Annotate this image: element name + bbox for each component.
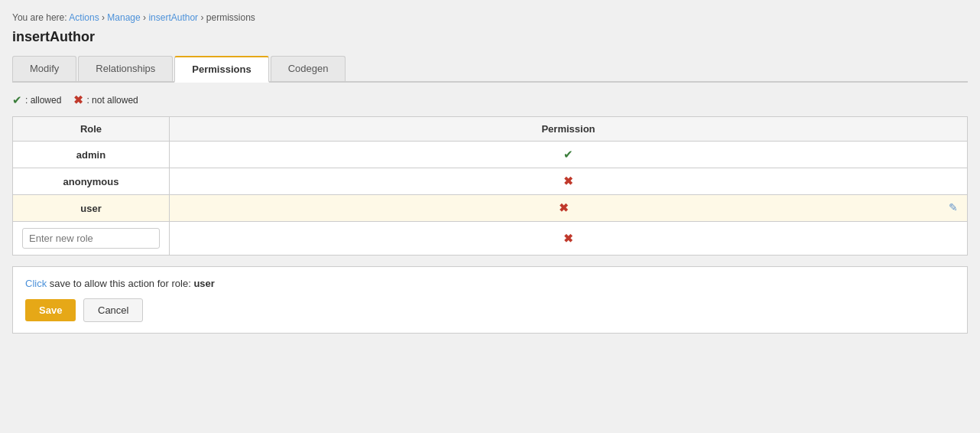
table-row: anonymous ✖: [13, 168, 968, 195]
permission-cell-admin[interactable]: ✔: [170, 142, 968, 168]
permission-cell-anonymous[interactable]: ✖: [170, 168, 968, 195]
role-cell-admin: admin: [13, 142, 170, 168]
edit-icon-user[interactable]: ✎: [949, 201, 958, 213]
table-row-new: ✖: [13, 222, 968, 256]
legend-allowed: ✔ : allowed: [12, 93, 61, 107]
breadcrumb-prefix: You are here:: [12, 12, 67, 23]
breadcrumb-manage[interactable]: Manage: [107, 12, 140, 23]
cross-icon-anonymous: ✖: [563, 174, 573, 187]
cross-icon-user: ✖: [559, 201, 569, 214]
allowed-label: : allowed: [25, 95, 61, 106]
cross-icon-legend: ✖: [73, 93, 83, 107]
permissions-table: Role Permission admin ✔ anonymous ✖ user…: [12, 116, 968, 256]
check-icon-legend: ✔: [12, 93, 22, 107]
save-button[interactable]: Save: [25, 299, 76, 321]
not-allowed-label: : not allowed: [86, 95, 138, 106]
new-role-cell[interactable]: [13, 222, 170, 256]
permission-cell-new[interactable]: ✖: [170, 222, 968, 256]
col-header-permission: Permission: [170, 117, 968, 142]
info-box: Click save to allow this action for role…: [12, 266, 968, 334]
click-label: Click: [25, 278, 47, 289]
breadcrumb-actions[interactable]: Actions: [69, 12, 99, 23]
page-title: insertAuthor: [12, 29, 968, 45]
tab-permissions[interactable]: Permissions: [174, 56, 268, 83]
role-cell-anonymous: anonymous: [13, 168, 170, 195]
info-role-name: user: [193, 278, 214, 289]
role-cell-user: user: [13, 195, 170, 222]
table-row: user ✖ ✎: [13, 195, 968, 222]
check-icon-admin: ✔: [563, 148, 573, 161]
tab-relationships[interactable]: Relationships: [78, 56, 173, 81]
col-header-role: Role: [13, 117, 170, 142]
tab-codegen[interactable]: Codegen: [271, 56, 346, 81]
permission-cell-user[interactable]: ✖ ✎: [170, 195, 968, 222]
legend-not-allowed: ✖ : not allowed: [73, 93, 138, 107]
breadcrumb-current: permissions: [206, 12, 255, 23]
legend: ✔ : allowed ✖ : not allowed: [12, 93, 968, 107]
cancel-button[interactable]: Cancel: [83, 298, 143, 322]
cross-icon-new: ✖: [563, 232, 573, 245]
breadcrumb-insertauthor[interactable]: insertAuthor: [148, 12, 198, 23]
info-text: Click save to allow this action for role…: [25, 278, 955, 289]
info-text-body: save to allow this action for role:: [50, 278, 194, 289]
tabs-container: Modify Relationships Permissions Codegen: [12, 56, 968, 83]
tab-modify[interactable]: Modify: [12, 56, 76, 81]
table-row: admin ✔: [13, 142, 968, 168]
breadcrumb: You are here: Actions › Manage › insertA…: [12, 12, 968, 23]
new-role-input[interactable]: [22, 228, 160, 249]
